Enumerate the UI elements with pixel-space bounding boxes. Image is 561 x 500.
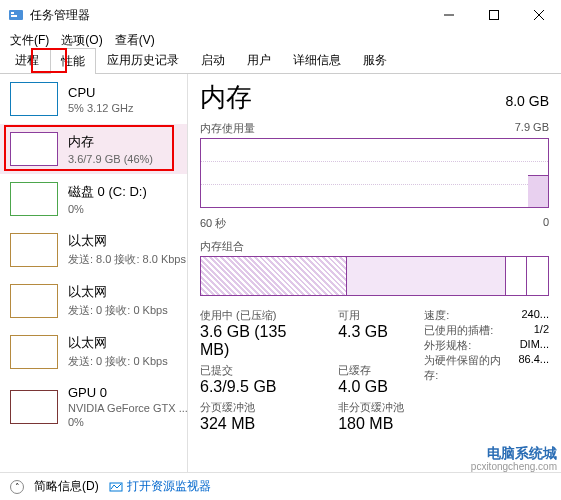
sidebar-gpu-name: GPU 0 xyxy=(68,385,188,400)
main-title: 内存 xyxy=(200,80,252,115)
memory-usage-graph[interactable] xyxy=(200,138,549,208)
stat-cached: 已缓存 4.0 GB xyxy=(338,363,404,396)
tab-services[interactable]: 服务 xyxy=(352,47,398,73)
window-controls xyxy=(426,0,561,30)
main-panel: 内存 8.0 GB 内存使用量 7.9 GB 60 秒 0 内存组合 使用中 (… xyxy=(188,74,561,472)
stat-in-use: 使用中 (已压缩) 3.6 GB (135 MB) xyxy=(200,308,312,359)
sidebar-item-disk[interactable]: 磁盘 0 (C: D:) 0% xyxy=(0,174,187,224)
sidebar-gpu-detail2: 0% xyxy=(68,416,188,428)
sidebar-item-eth1[interactable]: 以太网 发送: 8.0 接收: 8.0 Kbps xyxy=(0,224,187,275)
tab-processes[interactable]: 进程 xyxy=(4,47,50,73)
chevron-up-icon[interactable]: ˄ xyxy=(10,480,24,494)
sidebar-item-cpu[interactable]: CPU 5% 3.12 GHz xyxy=(0,74,187,124)
content: CPU 5% 3.12 GHz 内存 3.6/7.9 GB (46%) 磁盘 0… xyxy=(0,74,561,472)
disk-thumb-icon xyxy=(10,182,58,216)
window-title: 任务管理器 xyxy=(30,7,90,24)
svg-rect-2 xyxy=(11,15,17,17)
x-label: 60 秒 xyxy=(200,216,226,231)
sidebar-gpu-detail1: NVIDIA GeForce GTX ... xyxy=(68,402,188,414)
resmon-icon xyxy=(109,480,123,494)
taskmgr-icon xyxy=(8,7,24,23)
cpu-thumb-icon xyxy=(10,82,58,116)
titlebar: 任务管理器 xyxy=(0,0,561,30)
sidebar[interactable]: CPU 5% 3.12 GHz 内存 3.6/7.9 GB (46%) 磁盘 0… xyxy=(0,74,188,472)
stat-nonpaged: 非分页缓冲池 180 MB xyxy=(338,400,404,433)
tab-startup[interactable]: 启动 xyxy=(190,47,236,73)
footer: ˄ 简略信息(D) 打开资源监视器 xyxy=(0,472,561,500)
sidebar-memory-detail: 3.6/7.9 GB (46%) xyxy=(68,153,153,165)
tab-performance[interactable]: 性能 xyxy=(50,48,96,74)
simple-view-link[interactable]: 简略信息(D) xyxy=(34,478,99,495)
gpu-thumb-icon xyxy=(10,390,58,424)
eth-thumb-icon xyxy=(10,233,58,267)
sidebar-cpu-detail: 5% 3.12 GHz xyxy=(68,102,133,114)
sidebar-memory-name: 内存 xyxy=(68,133,153,151)
minimize-button[interactable] xyxy=(426,0,471,30)
stat-committed: 已提交 6.3/9.5 GB xyxy=(200,363,312,396)
tab-details[interactable]: 详细信息 xyxy=(282,47,352,73)
main-total: 8.0 GB xyxy=(505,93,549,109)
svg-rect-1 xyxy=(11,12,14,14)
sidebar-eth2-detail: 发送: 0 接收: 0 Kbps xyxy=(68,303,168,318)
tab-strip: 进程 性能 应用历史记录 启动 用户 详细信息 服务 xyxy=(0,50,561,74)
tab-users[interactable]: 用户 xyxy=(236,47,282,73)
memory-composition-graph[interactable] xyxy=(200,256,549,296)
sidebar-disk-detail: 0% xyxy=(68,203,147,215)
sidebar-eth1-detail: 发送: 8.0 接收: 8.0 Kbps xyxy=(68,252,186,267)
maximize-button[interactable] xyxy=(471,0,516,30)
stats-right: 速度:240... 已使用的插槽:1/2 外形规格:DIM... 为硬件保留的内… xyxy=(424,308,549,433)
sidebar-item-gpu[interactable]: GPU 0 NVIDIA GeForce GTX ... 0% xyxy=(0,377,187,436)
sidebar-item-eth3[interactable]: 以太网 发送: 0 接收: 0 Kbps xyxy=(0,326,187,377)
sidebar-disk-name: 磁盘 0 (C: D:) xyxy=(68,183,147,201)
svg-rect-4 xyxy=(489,11,498,20)
tab-app-history[interactable]: 应用历史记录 xyxy=(96,47,190,73)
compo-label: 内存组合 xyxy=(200,239,549,254)
close-button[interactable] xyxy=(516,0,561,30)
sidebar-eth1-name: 以太网 xyxy=(68,232,186,250)
sidebar-item-memory[interactable]: 内存 3.6/7.9 GB (46%) xyxy=(0,124,187,174)
stats: 使用中 (已压缩) 3.6 GB (135 MB) 可用 4.3 GB 已提交 … xyxy=(200,308,549,433)
sidebar-cpu-name: CPU xyxy=(68,85,133,100)
watermark: 电脑系统城 pcxitongcheng.com xyxy=(471,446,557,472)
usage-label: 内存使用量 xyxy=(200,121,255,136)
memory-thumb-icon xyxy=(10,132,58,166)
sidebar-eth3-detail: 发送: 0 接收: 0 Kbps xyxy=(68,354,168,369)
stat-paged: 分页缓冲池 324 MB xyxy=(200,400,312,433)
sidebar-item-eth2[interactable]: 以太网 发送: 0 接收: 0 Kbps xyxy=(0,275,187,326)
stat-available: 可用 4.3 GB xyxy=(338,308,404,359)
resource-monitor-link[interactable]: 打开资源监视器 xyxy=(109,478,211,495)
usage-max: 7.9 GB xyxy=(515,121,549,136)
x-zero: 0 xyxy=(543,216,549,231)
sidebar-eth3-name: 以太网 xyxy=(68,334,168,352)
eth-thumb-icon xyxy=(10,335,58,369)
sidebar-eth2-name: 以太网 xyxy=(68,283,168,301)
eth-thumb-icon xyxy=(10,284,58,318)
